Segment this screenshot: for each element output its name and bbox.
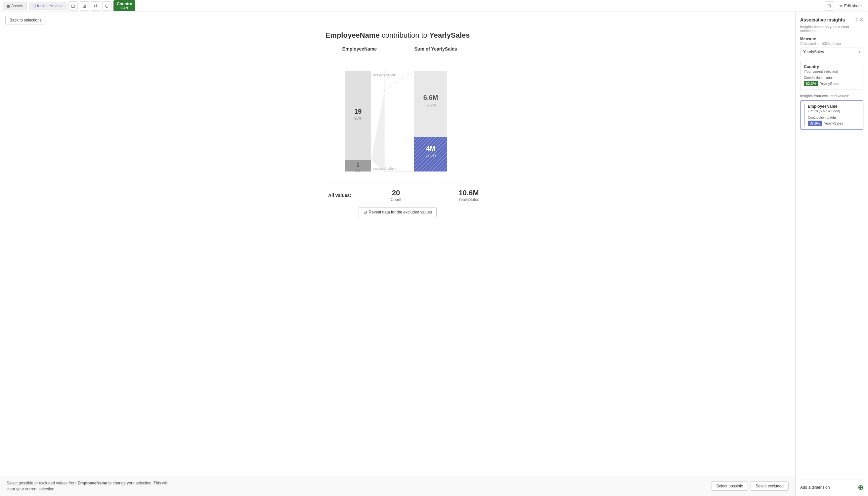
- edit-sheet-label: Edit sheet: [844, 4, 862, 8]
- all-values-row: All values: 20 Count 10.6M YearlySales: [328, 183, 467, 202]
- all-sales-unit: YearlySales: [459, 197, 479, 202]
- bottom-instruction: Select possible or excluded values from …: [6, 480, 172, 492]
- back-to-selections-button[interactable]: Back to selections: [5, 16, 46, 25]
- country-card-sub: (Your current selection): [804, 70, 860, 73]
- reveal-btn-label: Reveal data for the excluded values: [369, 210, 432, 215]
- sidebar-subtitle: Insights based on your current selection…: [800, 25, 863, 33]
- svg-chart: possible values excluded values: [328, 58, 467, 183]
- insight-advisor-tab[interactable]: ⬡ Insight Advisor: [29, 2, 66, 10]
- chart-title-suffix: YearlySales: [429, 31, 470, 39]
- measure-section: Measure Calculated on 100% of data Yearl…: [800, 37, 863, 56]
- all-sales-value: 10.6M: [459, 189, 479, 197]
- measure-sublabel: Calculated on 100% of data: [800, 42, 863, 46]
- accent-bar: [804, 104, 805, 126]
- grid-icon-btn[interactable]: ⊞: [825, 1, 834, 11]
- excluded-measure: YearlySales: [824, 121, 843, 125]
- chart-title-prefix: EmployeeName: [326, 31, 380, 39]
- select-excluded-button[interactable]: Select excluded: [751, 481, 789, 491]
- svg-text:62.2%: 62.2%: [425, 103, 436, 107]
- country-badge: 62.2%: [804, 81, 818, 86]
- col2-label: Sum of YearlySales: [406, 46, 465, 51]
- excluded-section-label: Insights from excluded values:: [800, 94, 863, 98]
- excluded-card-title: EmployeeName: [808, 104, 860, 109]
- icon-btn-1[interactable]: ⊡: [69, 1, 78, 11]
- svg-text:95%: 95%: [354, 116, 362, 120]
- bottom-text-prefix: Select possible or excluded values from: [6, 481, 78, 485]
- svg-marker-5: [371, 91, 384, 171]
- edit-sheet-button[interactable]: ✏ Edit sheet: [836, 2, 865, 10]
- sidebar-close-button[interactable]: ✕: [859, 17, 863, 23]
- assets-label: Assets: [11, 4, 23, 8]
- measure-select-wrap: YearlySales: [800, 48, 863, 56]
- chart-area: EmployeeName contribution to YearlySales…: [0, 25, 795, 476]
- svg-text:19: 19: [354, 108, 362, 115]
- excluded-card-content: EmployeeName 1 of 20 (5% excluded) Contr…: [808, 104, 860, 126]
- country-contribution-label: Contribution to total: [804, 76, 860, 80]
- add-dimension-label: Add a dimension: [800, 485, 829, 490]
- assets-tab[interactable]: ▦ Assets: [3, 2, 27, 10]
- bottom-bar: Select possible or excluded values from …: [0, 476, 795, 496]
- excluded-contribution-row: 37.8% YearlySales: [808, 121, 860, 126]
- bottom-buttons: Select possible Select excluded: [712, 481, 789, 491]
- country-tab-label: Country: [117, 2, 132, 6]
- chart-title-middle: contribution to: [380, 31, 429, 39]
- insight-advisor-label: Insight Advisor: [37, 4, 63, 8]
- svg-text:1: 1: [357, 162, 360, 168]
- all-sales-group: 10.6M YearlySales: [454, 189, 484, 202]
- right-sidebar: Associative insights ? ✕ Insights based …: [795, 12, 868, 496]
- excluded-insight-card: EmployeeName 1 of 20 (5% excluded) Contr…: [800, 100, 863, 129]
- reveal-excluded-button[interactable]: ⊟ Reveal data for the excluded values: [359, 207, 437, 217]
- main-layout: Back to selections EmployeeName contribu…: [0, 12, 868, 496]
- svg-rect-0: [345, 71, 371, 160]
- country-card-title: Country: [804, 64, 860, 69]
- pencil-icon: ✏: [840, 4, 843, 8]
- all-values-label: All values:: [328, 193, 358, 198]
- sidebar-help-button[interactable]: ?: [855, 17, 858, 23]
- excluded-card-inner: EmployeeName 1 of 20 (5% excluded) Contr…: [804, 104, 860, 126]
- insight-icon: ⬡: [32, 4, 36, 8]
- icon-btn-4[interactable]: ⊙: [102, 1, 111, 11]
- icon-btn-2[interactable]: ⊞: [80, 1, 89, 11]
- bottom-text-field: EmployeeName: [78, 481, 107, 485]
- topbar: ▦ Assets ⬡ Insight Advisor ⊡ ⊞ ↺ ⊙ Count…: [0, 0, 868, 12]
- country-tab-sub: CAN: [117, 6, 132, 10]
- add-dimension-row: Add a dimension ⊕: [800, 479, 863, 491]
- excluded-contribution-label: Contribution to total: [808, 116, 860, 119]
- svg-text:4M: 4M: [426, 145, 435, 152]
- sidebar-header: Associative insights ? ✕: [800, 17, 863, 23]
- country-tab[interactable]: Country CAN: [114, 0, 135, 11]
- measure-select[interactable]: YearlySales: [800, 48, 863, 56]
- measure-label: Measure: [800, 37, 863, 41]
- all-count-value: 20: [392, 189, 400, 197]
- excluded-card-sub: 1 of 20 (5% excluded): [808, 109, 860, 113]
- all-count-unit: Count: [391, 197, 401, 202]
- excluded-badge: 37.8%: [808, 121, 822, 126]
- all-count-group: 20 Count: [381, 189, 411, 202]
- svg-text:37.8%: 37.8%: [425, 153, 436, 157]
- assets-icon: ▦: [6, 4, 10, 8]
- country-contribution-row: 62.2% YearlySales: [804, 81, 860, 86]
- country-insight-card: Country (Your current selection) Contrib…: [800, 61, 863, 90]
- chart-title: EmployeeName contribution to YearlySales: [326, 31, 470, 40]
- select-possible-button[interactable]: Select possible: [712, 481, 748, 491]
- country-measure: YearlySales: [820, 82, 839, 86]
- content-area: Back to selections EmployeeName contribu…: [0, 12, 795, 496]
- svg-text:5%: 5%: [356, 169, 361, 172]
- col1-label: EmployeeName: [330, 46, 389, 51]
- table-icon: ⊟: [363, 210, 367, 215]
- add-dimension-button[interactable]: ⊕: [858, 483, 863, 491]
- icon-btn-3[interactable]: ↺: [91, 1, 100, 11]
- sidebar-title: Associative insights: [800, 17, 845, 22]
- svg-text:6.6M: 6.6M: [423, 94, 438, 101]
